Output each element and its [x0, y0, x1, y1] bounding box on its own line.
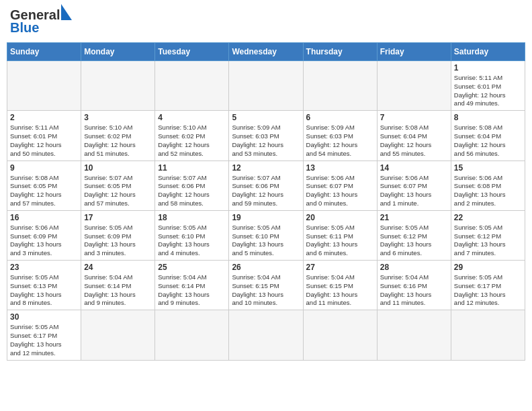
- day-number: 21: [380, 213, 448, 222]
- calendar-cell: 9Sunrise: 5:08 AM Sunset: 6:05 PM Daylig…: [7, 161, 81, 210]
- calendar-cell: 25Sunrise: 5:04 AM Sunset: 6:14 PM Dayli…: [155, 261, 229, 310]
- calendar-cell: 12Sunrise: 5:07 AM Sunset: 6:06 PM Dayli…: [229, 161, 303, 210]
- day-info: Sunrise: 5:08 AM Sunset: 6:04 PM Dayligh…: [454, 124, 522, 158]
- calendar-cell: 13Sunrise: 5:06 AM Sunset: 6:07 PM Dayli…: [303, 161, 377, 210]
- day-number: 19: [232, 213, 300, 222]
- calendar-cell: 11Sunrise: 5:07 AM Sunset: 6:06 PM Dayli…: [155, 161, 229, 210]
- day-info: Sunrise: 5:11 AM Sunset: 6:01 PM Dayligh…: [10, 124, 78, 158]
- calendar: SundayMondayTuesdayWednesdayThursdayFrid…: [7, 42, 525, 361]
- calendar-cell: [81, 61, 155, 111]
- day-info: Sunrise: 5:08 AM Sunset: 6:04 PM Dayligh…: [380, 124, 448, 158]
- calendar-cell: 27Sunrise: 5:04 AM Sunset: 6:15 PM Dayli…: [303, 261, 377, 310]
- weekday-header: Saturday: [451, 43, 525, 61]
- day-info: Sunrise: 5:06 AM Sunset: 6:07 PM Dayligh…: [306, 174, 374, 208]
- calendar-row: 9Sunrise: 5:08 AM Sunset: 6:05 PM Daylig…: [7, 161, 525, 210]
- day-number: 16: [10, 213, 78, 222]
- day-number: 15: [454, 163, 522, 173]
- calendar-row: 23Sunrise: 5:05 AM Sunset: 6:13 PM Dayli…: [7, 261, 525, 310]
- calendar-cell: 5Sunrise: 5:09 AM Sunset: 6:03 PM Daylig…: [229, 111, 303, 161]
- day-info: Sunrise: 5:07 AM Sunset: 6:06 PM Dayligh…: [158, 174, 226, 208]
- day-info: Sunrise: 5:05 AM Sunset: 6:17 PM Dayligh…: [454, 273, 522, 308]
- calendar-cell: 21Sunrise: 5:05 AM Sunset: 6:12 PM Dayli…: [377, 210, 451, 260]
- day-number: 13: [306, 163, 374, 173]
- day-number: 24: [84, 263, 152, 272]
- day-info: Sunrise: 5:09 AM Sunset: 6:03 PM Dayligh…: [232, 124, 300, 158]
- logo: General Blue: [10, 7, 72, 36]
- day-info: Sunrise: 5:05 AM Sunset: 6:10 PM Dayligh…: [158, 224, 226, 258]
- day-info: Sunrise: 5:05 AM Sunset: 6:13 PM Dayligh…: [10, 273, 78, 308]
- day-number: 14: [380, 163, 448, 173]
- day-number: 9: [10, 163, 78, 173]
- logo-blue: Blue: [10, 20, 39, 36]
- day-info: Sunrise: 5:09 AM Sunset: 6:03 PM Dayligh…: [306, 124, 374, 158]
- header: General Blue: [7, 7, 525, 36]
- day-number: 23: [10, 263, 78, 272]
- day-number: 6: [306, 113, 374, 122]
- day-info: Sunrise: 5:04 AM Sunset: 6:14 PM Dayligh…: [84, 273, 152, 308]
- day-number: 2: [10, 113, 78, 122]
- calendar-cell: 30Sunrise: 5:05 AM Sunset: 6:17 PM Dayli…: [7, 310, 81, 360]
- day-number: 1: [454, 63, 522, 73]
- day-info: Sunrise: 5:05 AM Sunset: 6:11 PM Dayligh…: [306, 224, 374, 258]
- calendar-row: 1Sunrise: 5:11 AM Sunset: 6:01 PM Daylig…: [7, 61, 525, 111]
- day-info: Sunrise: 5:05 AM Sunset: 6:12 PM Dayligh…: [380, 224, 448, 258]
- weekday-header: Monday: [81, 43, 155, 61]
- calendar-cell: 15Sunrise: 5:06 AM Sunset: 6:08 PM Dayli…: [451, 161, 525, 210]
- calendar-cell: 19Sunrise: 5:05 AM Sunset: 6:10 PM Dayli…: [229, 210, 303, 260]
- calendar-cell: 29Sunrise: 5:05 AM Sunset: 6:17 PM Dayli…: [451, 261, 525, 310]
- day-info: Sunrise: 5:06 AM Sunset: 6:07 PM Dayligh…: [380, 174, 448, 208]
- day-info: Sunrise: 5:07 AM Sunset: 6:05 PM Dayligh…: [84, 174, 152, 208]
- weekday-header: Tuesday: [155, 43, 229, 61]
- day-number: 7: [380, 113, 448, 122]
- day-number: 20: [306, 213, 374, 222]
- calendar-cell: [7, 61, 81, 111]
- calendar-cell: 18Sunrise: 5:05 AM Sunset: 6:10 PM Dayli…: [155, 210, 229, 260]
- day-info: Sunrise: 5:08 AM Sunset: 6:05 PM Dayligh…: [10, 174, 78, 208]
- day-number: 8: [454, 113, 522, 122]
- calendar-cell: 7Sunrise: 5:08 AM Sunset: 6:04 PM Daylig…: [377, 111, 451, 161]
- day-number: 17: [84, 213, 152, 222]
- day-info: Sunrise: 5:05 AM Sunset: 6:10 PM Dayligh…: [232, 224, 300, 258]
- calendar-cell: 4Sunrise: 5:10 AM Sunset: 6:02 PM Daylig…: [155, 111, 229, 161]
- weekday-header-row: SundayMondayTuesdayWednesdayThursdayFrid…: [7, 43, 525, 61]
- day-number: 29: [454, 263, 522, 272]
- day-info: Sunrise: 5:11 AM Sunset: 6:01 PM Dayligh…: [454, 74, 522, 108]
- calendar-cell: [303, 61, 377, 111]
- day-info: Sunrise: 5:04 AM Sunset: 6:15 PM Dayligh…: [232, 273, 300, 308]
- day-number: 25: [158, 263, 226, 272]
- calendar-cell: 8Sunrise: 5:08 AM Sunset: 6:04 PM Daylig…: [451, 111, 525, 161]
- day-info: Sunrise: 5:05 AM Sunset: 6:17 PM Dayligh…: [10, 323, 78, 357]
- calendar-cell: [229, 61, 303, 111]
- day-info: Sunrise: 5:05 AM Sunset: 6:09 PM Dayligh…: [84, 224, 152, 258]
- weekday-header: Wednesday: [229, 43, 303, 61]
- day-number: 12: [232, 163, 300, 173]
- calendar-row: 16Sunrise: 5:06 AM Sunset: 6:09 PM Dayli…: [7, 210, 525, 260]
- day-info: Sunrise: 5:10 AM Sunset: 6:02 PM Dayligh…: [84, 124, 152, 158]
- day-info: Sunrise: 5:06 AM Sunset: 6:08 PM Dayligh…: [454, 174, 522, 208]
- day-info: Sunrise: 5:07 AM Sunset: 6:06 PM Dayligh…: [232, 174, 300, 208]
- day-number: 5: [232, 113, 300, 122]
- day-number: 22: [454, 213, 522, 222]
- calendar-cell: 24Sunrise: 5:04 AM Sunset: 6:14 PM Dayli…: [81, 261, 155, 310]
- calendar-cell: 26Sunrise: 5:04 AM Sunset: 6:15 PM Dayli…: [229, 261, 303, 310]
- calendar-cell: [81, 310, 155, 360]
- day-info: Sunrise: 5:06 AM Sunset: 6:09 PM Dayligh…: [10, 224, 78, 258]
- calendar-cell: [303, 310, 377, 360]
- day-number: 3: [84, 113, 152, 122]
- calendar-cell: 3Sunrise: 5:10 AM Sunset: 6:02 PM Daylig…: [81, 111, 155, 161]
- day-number: 10: [84, 163, 152, 173]
- day-number: 28: [380, 263, 448, 272]
- day-number: 27: [306, 263, 374, 272]
- calendar-cell: 10Sunrise: 5:07 AM Sunset: 6:05 PM Dayli…: [81, 161, 155, 210]
- calendar-cell: 22Sunrise: 5:05 AM Sunset: 6:12 PM Dayli…: [451, 210, 525, 260]
- day-number: 18: [158, 213, 226, 222]
- calendar-cell: [155, 310, 229, 360]
- calendar-cell: 16Sunrise: 5:06 AM Sunset: 6:09 PM Dayli…: [7, 210, 81, 260]
- calendar-cell: 23Sunrise: 5:05 AM Sunset: 6:13 PM Dayli…: [7, 261, 81, 310]
- day-info: Sunrise: 5:05 AM Sunset: 6:12 PM Dayligh…: [454, 224, 522, 258]
- calendar-cell: 17Sunrise: 5:05 AM Sunset: 6:09 PM Dayli…: [81, 210, 155, 260]
- weekday-header: Friday: [377, 43, 451, 61]
- calendar-cell: 28Sunrise: 5:04 AM Sunset: 6:16 PM Dayli…: [377, 261, 451, 310]
- calendar-cell: [451, 310, 525, 360]
- calendar-row: 2Sunrise: 5:11 AM Sunset: 6:01 PM Daylig…: [7, 111, 525, 161]
